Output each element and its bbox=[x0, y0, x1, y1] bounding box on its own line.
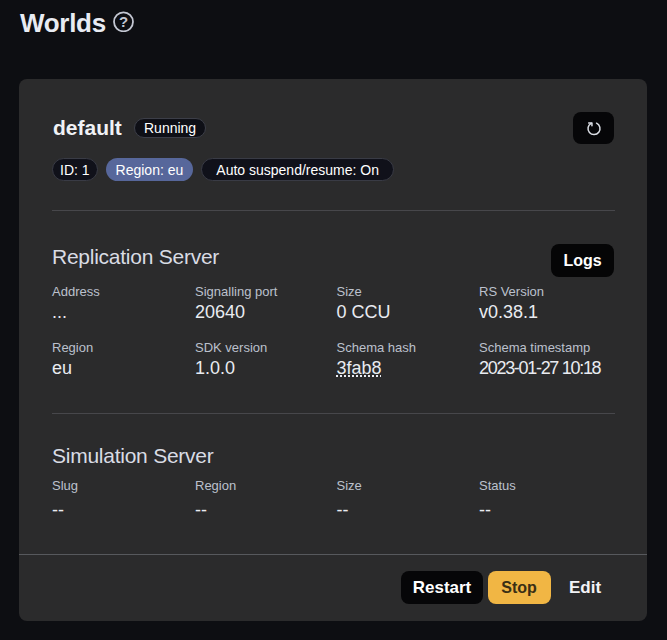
svg-text:?: ? bbox=[119, 13, 128, 30]
